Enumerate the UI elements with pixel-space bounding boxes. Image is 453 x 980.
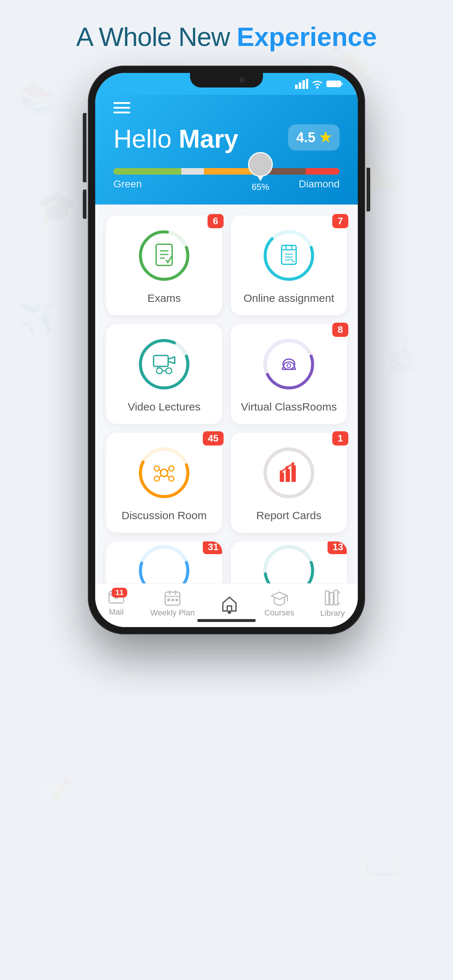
page-title-bold: Experience: [237, 22, 377, 51]
card-video-lectures[interactable]: Video Lectures: [106, 324, 222, 424]
badge-virtual: 8: [332, 323, 348, 337]
library-label: Library: [320, 608, 345, 618]
svg-rect-15: [327, 81, 340, 86]
progress-white: [181, 168, 204, 175]
graduation-icon: [271, 590, 288, 606]
card-report-cards[interactable]: 1: [231, 433, 347, 533]
svg-point-50: [169, 476, 174, 481]
progress-bar: [113, 168, 340, 175]
badge-partial-left: 31: [203, 541, 222, 554]
avatar: [248, 152, 273, 177]
card-virtual-label: Virtual ClassRooms: [241, 401, 337, 413]
svg-rect-59: [292, 465, 296, 482]
progress-start-label: Green: [113, 178, 142, 190]
calendar-icon: [164, 590, 180, 606]
nav-item-home[interactable]: [221, 595, 238, 612]
wifi-icon: [311, 79, 324, 89]
svg-rect-10: [302, 80, 305, 89]
nav-item-courses[interactable]: Courses: [265, 590, 294, 617]
video-icon-wrap: [139, 339, 190, 390]
home-indicator: [197, 619, 256, 622]
badge-discussion: 45: [203, 431, 223, 445]
badge-online-assignment: 7: [332, 214, 348, 228]
progress-end-label: Diamond: [299, 178, 340, 190]
svg-point-37: [166, 368, 172, 374]
svg-text:🎓: 🎓: [37, 188, 78, 227]
svg-point-48: [169, 466, 174, 471]
card-exams-label: Exams: [147, 292, 181, 304]
nav-item-weekly-plan[interactable]: Weekly Plan: [150, 590, 195, 617]
svg-rect-72: [167, 599, 170, 601]
nav-item-mail[interactable]: 11 Mail: [108, 590, 124, 617]
star-icon: ★: [319, 129, 332, 145]
camera: [239, 77, 245, 83]
svg-rect-79: [334, 590, 338, 605]
report-icon-wrap: [263, 447, 314, 498]
progress-section: 65% Green Diamond: [113, 168, 340, 190]
home-icon: [221, 595, 238, 612]
page-title-plain: A Whole New: [76, 22, 237, 51]
hamburger-menu[interactable]: [113, 102, 340, 113]
svg-text:📚: 📚: [18, 82, 55, 117]
svg-point-12: [316, 86, 318, 89]
badge-report: 1: [332, 431, 348, 445]
rating-badge: 4.5 ★: [288, 124, 340, 151]
rating-value: 4.5: [296, 130, 316, 145]
svg-rect-74: [175, 599, 178, 601]
card-assignment-label: Online assignment: [244, 292, 334, 304]
cards-grid: 6: [106, 215, 347, 606]
card-video-label: Video Lectures: [128, 401, 201, 413]
card-discussion-label: Discussion Room: [121, 509, 206, 522]
svg-line-32: [291, 259, 294, 262]
svg-rect-57: [280, 473, 284, 482]
phone-frame: Hello Mary 4.5 ★: [88, 65, 365, 635]
greeting: Hello Mary: [113, 124, 238, 153]
svg-rect-11: [306, 79, 308, 89]
progress-red: [306, 168, 340, 175]
progress-percent: 65%: [252, 182, 269, 192]
battery-icon: [327, 80, 343, 88]
mail-badge: 11: [112, 588, 127, 598]
svg-text:📖: 📖: [365, 848, 401, 882]
svg-rect-35: [153, 355, 168, 366]
svg-point-49: [154, 476, 160, 481]
assign-icon-wrap: [263, 230, 314, 281]
svg-point-60: [280, 470, 283, 473]
nav-item-library[interactable]: Library: [320, 590, 345, 618]
mail-label: Mail: [109, 608, 124, 617]
card-virtual-classrooms[interactable]: 8: [231, 324, 347, 424]
svg-text:📐: 📐: [365, 155, 401, 189]
card-exams[interactable]: 6: [106, 215, 222, 315]
svg-point-61: [286, 466, 289, 469]
svg-rect-28: [286, 245, 292, 250]
home-active-dot: [228, 610, 231, 614]
svg-point-47: [154, 466, 160, 471]
svg-text:🔬: 🔬: [383, 337, 420, 372]
svg-point-36: [156, 368, 162, 374]
svg-rect-58: [286, 469, 290, 482]
card-discussion-room[interactable]: 45: [106, 433, 222, 533]
card-report-label: Report Cards: [257, 509, 321, 522]
badge-exams: 6: [207, 214, 223, 228]
weekly-plan-label: Weekly Plan: [150, 608, 195, 617]
phone-notch: [190, 73, 263, 88]
avatar-pin: [257, 176, 263, 181]
svg-point-42: [284, 362, 294, 369]
avatar-container: 65%: [248, 152, 273, 192]
virtual-icon-wrap: [263, 339, 314, 390]
exams-icon-wrap: [139, 230, 190, 281]
svg-rect-77: [325, 591, 329, 605]
progress-green: [113, 168, 181, 175]
courses-label: Courses: [265, 608, 294, 617]
header: Hello Mary 4.5 ★: [95, 95, 358, 205]
progress-labels: Green Diamond: [113, 178, 340, 190]
badge-partial-right: 13: [327, 541, 347, 554]
books-icon: [325, 590, 341, 606]
svg-point-62: [292, 462, 294, 465]
svg-point-16: [255, 156, 266, 167]
discussion-icon-wrap: [139, 447, 190, 498]
svg-rect-9: [299, 83, 301, 89]
signal-icon: [295, 79, 308, 89]
card-online-assignment[interactable]: 7: [231, 215, 347, 315]
svg-rect-73: [171, 599, 174, 601]
